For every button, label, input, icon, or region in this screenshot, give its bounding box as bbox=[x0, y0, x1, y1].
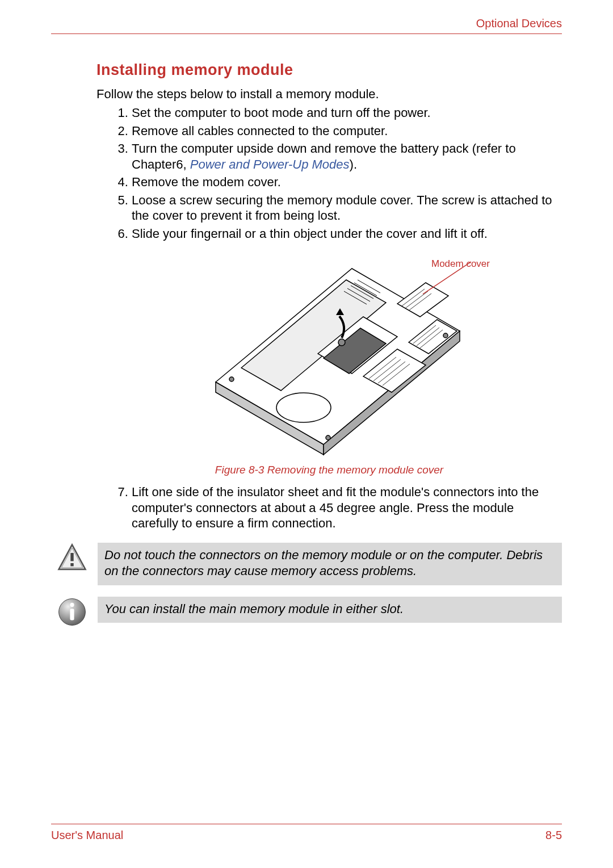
steps-list: Set the computer to boot mode and turn o… bbox=[96, 105, 562, 241]
laptop-bottom-illustration bbox=[187, 251, 471, 456]
svg-point-28 bbox=[229, 377, 234, 381]
step-3-post: ). bbox=[350, 157, 357, 171]
caution-text: Do not touch the connectors on the memor… bbox=[98, 543, 562, 585]
svg-point-36 bbox=[70, 602, 74, 606]
svg-point-29 bbox=[443, 333, 448, 338]
intro-text: Follow the steps below to install a memo… bbox=[96, 87, 562, 102]
figure-caption: Figure 8-3 Removing the memory module co… bbox=[96, 464, 562, 476]
svg-point-16 bbox=[338, 339, 345, 346]
caution-row: Do not touch the connectors on the memor… bbox=[57, 543, 562, 585]
info-text: You can install the main memory module i… bbox=[98, 597, 562, 623]
step-5: Loose a screw securing the memory module… bbox=[132, 192, 562, 224]
page-footer: User's Manual 8-5 bbox=[51, 824, 562, 842]
step-4: Remove the modem cover. bbox=[132, 174, 562, 190]
step-1: Set the computer to boot mode and turn o… bbox=[132, 105, 562, 121]
footer-page-number: 8-5 bbox=[545, 829, 562, 842]
header-chapter: Optional Devices bbox=[476, 17, 562, 30]
steps-list-2: Lift one side of the insulator sheet and… bbox=[96, 484, 562, 531]
info-icon bbox=[57, 597, 87, 627]
caution-icon bbox=[57, 543, 87, 573]
figure-block: Modem cover bbox=[96, 251, 562, 476]
content-area: Installing memory module Follow the step… bbox=[51, 61, 562, 627]
svg-rect-37 bbox=[70, 609, 74, 620]
step-6: Slide your fingernail or a thin object u… bbox=[132, 226, 562, 242]
step-2: Remove all cables connected to the compu… bbox=[132, 123, 562, 139]
svg-point-30 bbox=[326, 435, 330, 440]
footer-left: User's Manual bbox=[51, 829, 123, 842]
svg-rect-34 bbox=[70, 563, 73, 566]
page-header: Optional Devices bbox=[51, 17, 562, 34]
callout-modem-cover: Modem cover bbox=[431, 258, 490, 270]
info-row: You can install the main memory module i… bbox=[57, 597, 562, 627]
step-7: Lift one side of the insulator sheet and… bbox=[132, 484, 562, 531]
svg-rect-33 bbox=[70, 553, 73, 561]
svg-point-18 bbox=[276, 393, 331, 422]
step-3: Turn the computer upside down and remove… bbox=[132, 141, 562, 172]
manual-page: Optional Devices Installing memory modul… bbox=[0, 0, 613, 868]
power-modes-link[interactable]: Power and Power-Up Modes bbox=[190, 157, 350, 171]
section-heading: Installing memory module bbox=[96, 61, 562, 79]
